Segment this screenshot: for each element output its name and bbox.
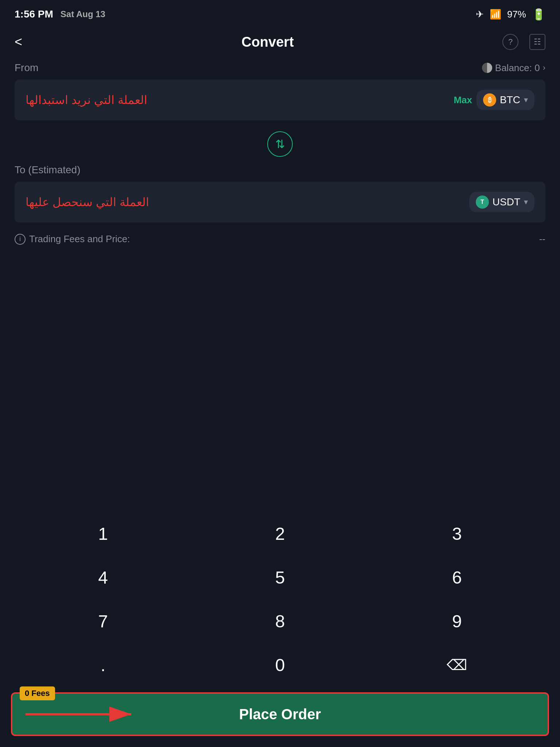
key-1[interactable]: 1 <box>16 514 190 554</box>
battery-text: 97% <box>507 9 526 20</box>
battery-icon: 🔋 <box>532 8 545 21</box>
key-2[interactable]: 2 <box>193 514 367 554</box>
airplane-icon: ✈ <box>476 9 484 20</box>
to-input-box[interactable]: العملة التي سنحصل عليها T USDT ▾ <box>15 182 545 222</box>
to-section-header: To (Estimated) <box>15 164 545 176</box>
to-annotation: العملة التي سنحصل عليها <box>26 195 149 209</box>
info-icon: i <box>15 234 26 245</box>
history-icon: ☷ <box>534 37 541 47</box>
to-coin-name: USDT <box>493 196 520 208</box>
numpad-row-3: 7 8 9 <box>15 601 545 641</box>
swap-icon: ⇅ <box>275 137 285 151</box>
usdt-icon: T <box>476 196 489 209</box>
trading-fees-row: i Trading Fees and Price: -- <box>15 226 545 252</box>
key-4[interactable]: 4 <box>16 557 190 597</box>
swap-button[interactable]: ⇅ <box>267 131 293 157</box>
help-icon: ? <box>508 37 513 47</box>
zero-fees-badge: 0 Fees <box>20 686 55 700</box>
key-7[interactable]: 7 <box>16 601 190 641</box>
from-annotation: العملة التي نريد استبدالها <box>26 93 147 107</box>
key-3[interactable]: 3 <box>370 514 544 554</box>
from-coin-name: BTC <box>500 94 520 106</box>
numpad-row-2: 4 5 6 <box>15 557 545 597</box>
swap-container: ⇅ <box>15 124 545 164</box>
fees-label: Trading Fees and Price: <box>29 233 130 245</box>
page-title: Convert <box>33 34 502 50</box>
to-dropdown-arrow: ▾ <box>524 197 528 207</box>
from-input-right: Max ₿ BTC ▾ <box>454 90 534 110</box>
btc-icon: ₿ <box>483 93 496 107</box>
delete-icon: ⌫ <box>447 657 467 673</box>
key-delete[interactable]: ⌫ <box>370 645 544 685</box>
main-content: From Balance: 0 › العملة التي نريد استبد… <box>0 58 560 256</box>
fees-value: -- <box>539 233 545 245</box>
history-button[interactable]: ☷ <box>529 34 545 50</box>
fees-label-group: i Trading Fees and Price: <box>15 233 130 245</box>
key-8[interactable]: 8 <box>193 601 367 641</box>
balance-icon <box>482 63 492 73</box>
from-input-box[interactable]: العملة التي نريد استبدالها Max ₿ BTC ▾ <box>15 80 545 120</box>
numpad: 1 2 3 4 5 6 7 8 9 . 0 ⌫ <box>0 514 560 689</box>
numpad-row-1: 1 2 3 <box>15 514 545 554</box>
place-order-label: Place Order <box>239 706 321 723</box>
status-date: Sat Aug 13 <box>61 9 105 19</box>
arrow-annotation <box>22 700 146 729</box>
key-6[interactable]: 6 <box>370 557 544 597</box>
status-right: ✈ 📶 97% 🔋 <box>476 8 545 21</box>
from-coin-selector[interactable]: ₿ BTC ▾ <box>477 90 534 110</box>
key-9[interactable]: 9 <box>370 601 544 641</box>
status-bar: 1:56 PM Sat Aug 13 ✈ 📶 97% 🔋 <box>0 0 560 26</box>
key-0[interactable]: 0 <box>193 645 367 685</box>
to-input-right: T USDT ▾ <box>469 192 534 212</box>
balance-chevron: › <box>543 63 545 73</box>
header-actions: ? ☷ <box>502 34 545 50</box>
status-time: 1:56 PM <box>15 8 53 20</box>
from-dropdown-arrow: ▾ <box>524 95 528 105</box>
help-button[interactable]: ? <box>502 34 518 50</box>
balance-amount: Balance: 0 <box>495 62 540 74</box>
back-button[interactable]: < <box>15 34 33 50</box>
place-order-container: 0 Fees Place Order <box>0 685 560 747</box>
wifi-icon: 📶 <box>490 9 501 20</box>
key-5[interactable]: 5 <box>193 557 367 597</box>
to-label: To (Estimated) <box>15 164 81 176</box>
key-dot[interactable]: . <box>16 645 190 685</box>
from-label: From <box>15 62 38 74</box>
max-button[interactable]: Max <box>454 94 472 106</box>
balance-display[interactable]: Balance: 0 › <box>482 62 545 74</box>
header: < Convert ? ☷ <box>0 26 560 58</box>
from-section-header: From Balance: 0 › <box>15 62 545 74</box>
to-coin-selector[interactable]: T USDT ▾ <box>469 192 534 212</box>
numpad-row-4: . 0 ⌫ <box>15 645 545 685</box>
